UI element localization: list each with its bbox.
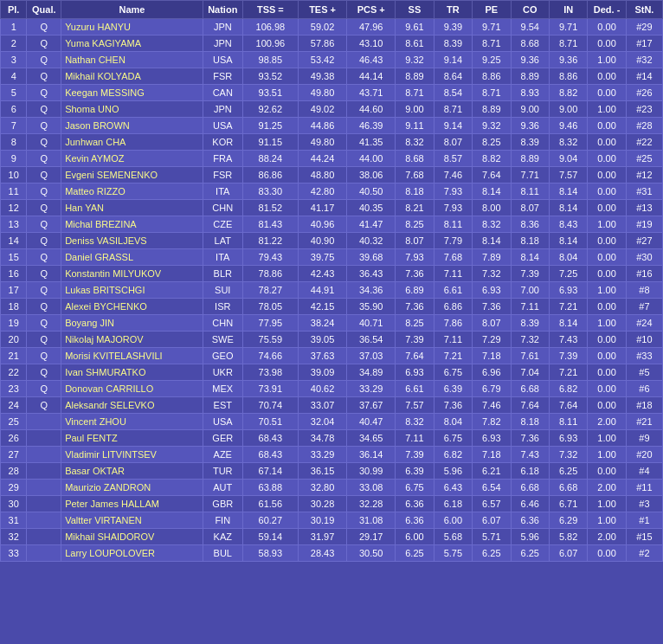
- athlete-link[interactable]: Mikhail SHAIDOROV: [65, 531, 154, 542]
- athlete-link[interactable]: Matteo RIZZO: [65, 186, 126, 196]
- athlete-link[interactable]: Konstantin MILYUKOV: [65, 268, 161, 279]
- table-row: 26Paul FENTZGER68.4334.7834.657.116.756.…: [1, 430, 663, 447]
- cell-name[interactable]: Junhwan CHA: [61, 134, 203, 151]
- cell-stn: #15: [626, 529, 662, 545]
- cell-ded: 0.00: [588, 266, 626, 282]
- cell-name[interactable]: Daniel GRASSL: [61, 249, 203, 266]
- athlete-link[interactable]: Valtter VIRTANEN: [65, 515, 142, 525]
- athlete-link[interactable]: Alexei BYCHENKO: [65, 301, 147, 312]
- athlete-link[interactable]: Peter James HALLAM: [65, 499, 159, 509]
- cell-name[interactable]: Ivan SHMURATKO: [61, 364, 203, 381]
- athlete-link[interactable]: Jason BROWN: [65, 120, 130, 131]
- cell-name[interactable]: Nathan CHEN: [61, 52, 203, 68]
- cell-pe: 6.54: [473, 480, 511, 496]
- athlete-link[interactable]: Kevin AYMOZ: [65, 153, 124, 164]
- cell-pcs: 32.28: [347, 496, 396, 512]
- athlete-link[interactable]: Keegan MESSING: [65, 87, 145, 98]
- athlete-link[interactable]: Daniel GRASSL: [65, 252, 133, 262]
- cell-pl: 2: [1, 35, 27, 52]
- athlete-link[interactable]: Larry LOUPOLOVER: [65, 548, 155, 558]
- cell-name[interactable]: Lukas BRITSCHGI: [61, 282, 203, 299]
- cell-name[interactable]: Vladimir LITVINTSEV: [61, 447, 203, 463]
- athlete-link[interactable]: Han YAN: [65, 203, 104, 213]
- cell-name[interactable]: Evgeni SEMENENKO: [61, 167, 203, 184]
- cell-qual: Q: [27, 19, 61, 35]
- cell-tss: 98.85: [242, 52, 298, 68]
- cell-name[interactable]: Donovan CARRILLO: [61, 381, 203, 397]
- cell-pe: 9.25: [473, 52, 511, 68]
- table-row: 1QYuzuru HANYUJPN106.9859.0247.969.619.3…: [1, 19, 663, 35]
- cell-name[interactable]: Nikolaj MAJOROV: [61, 332, 203, 348]
- athlete-link[interactable]: Deniss VASILJEVS: [65, 235, 147, 246]
- athlete-link[interactable]: Aleksandr SELEVKO: [65, 400, 154, 410]
- athlete-link[interactable]: Nikolaj MAJOROV: [65, 334, 143, 345]
- cell-name[interactable]: Paul FENTZ: [61, 430, 203, 447]
- athlete-link[interactable]: Junhwan CHA: [65, 137, 126, 147]
- athlete-link[interactable]: Vladimir LITVINTSEV: [65, 449, 157, 460]
- cell-pe: 8.71: [473, 35, 511, 52]
- cell-name[interactable]: Mikhail SHAIDOROV: [61, 529, 203, 545]
- cell-name[interactable]: Kevin AYMOZ: [61, 151, 203, 167]
- cell-name[interactable]: Valtter VIRTANEN: [61, 512, 203, 529]
- cell-name[interactable]: Peter James HALLAM: [61, 496, 203, 512]
- cell-tr: 8.07: [434, 134, 472, 151]
- cell-pcs: 44.14: [347, 68, 396, 85]
- cell-pl: 4: [1, 68, 27, 85]
- cell-name[interactable]: Mikhail KOLYADA: [61, 68, 203, 85]
- cell-ded: 0.00: [588, 184, 626, 200]
- cell-name[interactable]: Maurizio ZANDRON: [61, 480, 203, 496]
- cell-tss: 70.51: [242, 414, 298, 430]
- athlete-link[interactable]: Boyang JIN: [65, 318, 114, 328]
- cell-name[interactable]: Keegan MESSING: [61, 85, 203, 101]
- athlete-link[interactable]: Michal BREZINA: [65, 219, 137, 229]
- cell-name[interactable]: Matteo RIZZO: [61, 184, 203, 200]
- table-row: 13QMichal BREZINACZE81.4340.9641.478.258…: [1, 216, 663, 233]
- athlete-link[interactable]: Morisi KVITELASHVILI: [65, 351, 162, 361]
- cell-co: 8.39: [511, 134, 549, 151]
- athlete-link[interactable]: Shoma UNO: [65, 104, 119, 114]
- cell-name[interactable]: Yuma KAGIYAMA: [61, 35, 203, 52]
- cell-ded: 1.00: [588, 216, 626, 233]
- cell-name[interactable]: Han YAN: [61, 200, 203, 216]
- header-pe: PE: [473, 1, 511, 19]
- cell-stn: #33: [626, 348, 662, 364]
- athlete-link[interactable]: Yuzuru HANYU: [65, 22, 131, 32]
- cell-pcs: 44.60: [347, 101, 396, 118]
- cell-tes: 37.63: [299, 348, 347, 364]
- cell-name[interactable]: Morisi KVITELASHVILI: [61, 348, 203, 364]
- cell-name[interactable]: Aleksandr SELEVKO: [61, 397, 203, 414]
- cell-name[interactable]: Shoma UNO: [61, 101, 203, 118]
- cell-qual: Q: [27, 364, 61, 381]
- cell-name[interactable]: Jason BROWN: [61, 118, 203, 134]
- cell-name[interactable]: Michal BREZINA: [61, 216, 203, 233]
- athlete-link[interactable]: Basar OKTAR: [65, 466, 125, 476]
- cell-pl: 30: [1, 496, 27, 512]
- athlete-link[interactable]: Vincent ZHOU: [65, 416, 126, 427]
- cell-pl: 29: [1, 480, 27, 496]
- cell-in: 8.11: [549, 414, 587, 430]
- athlete-link[interactable]: Mikhail KOLYADA: [65, 71, 141, 81]
- cell-ss: 7.36: [396, 266, 434, 282]
- athlete-link[interactable]: Yuma KAGIYAMA: [65, 38, 141, 48]
- cell-name[interactable]: Alexei BYCHENKO: [61, 299, 203, 315]
- athlete-link[interactable]: Lukas BRITSCHGI: [65, 285, 145, 295]
- athlete-link[interactable]: Paul FENTZ: [65, 433, 118, 443]
- cell-co: 6.68: [511, 381, 549, 397]
- cell-ss: 6.89: [396, 282, 434, 299]
- athlete-link[interactable]: Ivan SHMURATKO: [65, 367, 145, 377]
- cell-name[interactable]: Larry LOUPOLOVER: [61, 545, 203, 562]
- athlete-link[interactable]: Donovan CARRILLO: [65, 383, 153, 394]
- athlete-link[interactable]: Nathan CHEN: [65, 55, 126, 65]
- cell-name[interactable]: Konstantin MILYUKOV: [61, 266, 203, 282]
- cell-ded: 2.00: [588, 414, 626, 430]
- cell-name[interactable]: Basar OKTAR: [61, 463, 203, 480]
- cell-name[interactable]: Deniss VASILJEVS: [61, 233, 203, 249]
- cell-in: 7.43: [549, 332, 587, 348]
- cell-name[interactable]: Boyang JIN: [61, 315, 203, 332]
- cell-tes: 41.17: [299, 200, 347, 216]
- athlete-link[interactable]: Evgeni SEMENENKO: [65, 170, 158, 180]
- athlete-link[interactable]: Maurizio ZANDRON: [65, 482, 151, 493]
- cell-name[interactable]: Yuzuru HANYU: [61, 19, 203, 35]
- cell-name[interactable]: Vincent ZHOU: [61, 414, 203, 430]
- cell-pe: 6.25: [473, 545, 511, 562]
